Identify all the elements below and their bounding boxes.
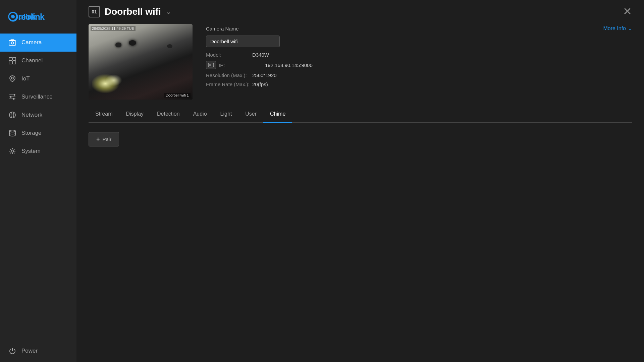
sidebar-label-camera: Camera [21, 39, 42, 46]
camera-name-label: Camera Name [206, 26, 239, 32]
sidebar-label-storage: Storage [21, 130, 42, 136]
sidebar-item-storage[interactable]: Storage [0, 124, 76, 142]
surveillance-icon [8, 93, 17, 101]
svg-rect-6 [9, 41, 16, 45]
main-content: 01 Doorbell wifi ⌄ ✕ 28/09/2025 11:49:29… [76, 0, 644, 362]
sidebar-item-channel[interactable]: Channel [0, 52, 76, 70]
more-info-chevron-icon: ⌄ [628, 26, 632, 31]
frame-rate-value: 20(fps) [252, 81, 268, 87]
tab-stream[interactable]: Stream [89, 108, 119, 123]
svg-point-8 [11, 42, 14, 44]
pair-label: Pair [103, 136, 112, 142]
svg-point-18 [10, 96, 12, 98]
tab-content: + Pair [76, 123, 644, 146]
sidebar-label-system: System [21, 148, 41, 155]
camera-preview[interactable]: 28/09/2025 11:49:29 TUE Doorbell wifi 1 [89, 24, 193, 100]
sidebar-label-channel: Channel [21, 57, 43, 64]
power-button[interactable]: Power [0, 340, 76, 362]
tab-audio[interactable]: Audio [186, 108, 214, 123]
model-row: Model: D340W [206, 52, 632, 58]
camera-info-panel: Camera Name More Info ⌄ Model: D340W IP:… [206, 24, 632, 100]
pair-icon: + [96, 136, 100, 143]
svg-rect-7 [11, 40, 14, 41]
pair-button[interactable]: + Pair [89, 132, 119, 146]
logo-text: reolink [18, 12, 44, 22]
resolution-value: 2560*1920 [252, 72, 277, 78]
device-number: 01 [89, 6, 100, 17]
tab-light[interactable]: Light [214, 108, 239, 123]
system-icon [8, 147, 17, 156]
ip-icon [206, 61, 216, 69]
svg-rect-11 [9, 61, 12, 64]
content-area: 28/09/2025 11:49:29 TUE Doorbell wifi 1 … [76, 17, 644, 100]
sidebar-item-iot[interactable]: IoT [0, 70, 76, 88]
more-info-label: More Info [603, 25, 626, 32]
svg-point-19 [13, 98, 15, 100]
svg-point-13 [11, 77, 13, 79]
sidebar: olink re reolink Camera Channel IoT [0, 0, 76, 362]
svg-point-5 [11, 15, 15, 18]
svg-rect-12 [13, 61, 16, 64]
frame-rate-label: Frame Rate (Max.): [206, 81, 250, 87]
sidebar-label-iot: IoT [21, 75, 30, 82]
svg-rect-10 [13, 57, 16, 60]
channel-icon [8, 56, 17, 65]
storage-icon [8, 129, 17, 137]
ip-value: 192.168.90.145:9000 [265, 62, 313, 68]
tab-display[interactable]: Display [119, 108, 150, 123]
sidebar-label-network: Network [21, 112, 42, 118]
sidebar-item-camera[interactable]: Camera [0, 34, 76, 52]
camera-name-input[interactable] [206, 36, 280, 47]
sidebar-item-network[interactable]: Network [0, 106, 76, 124]
topbar: 01 Doorbell wifi ⌄ ✕ [76, 0, 644, 17]
close-button[interactable]: ✕ [623, 6, 632, 17]
power-icon [8, 347, 17, 355]
tab-chime[interactable]: Chime [263, 108, 292, 123]
svg-rect-9 [9, 57, 12, 60]
frame-rate-row: Frame Rate (Max.): 20(fps) [206, 81, 632, 87]
svg-point-23 [9, 130, 15, 132]
model-label: Model: [206, 52, 250, 58]
model-value: D340W [252, 52, 269, 58]
sidebar-item-surveillance[interactable]: Surveillance [0, 88, 76, 106]
sidebar-label-surveillance: Surveillance [21, 94, 53, 100]
ip-row: IP: 192.168.90.145:9000 [206, 61, 632, 69]
camera-icon [8, 38, 17, 47]
preview-label: Doorbell wifi 1 [164, 93, 191, 98]
svg-point-17 [14, 94, 15, 96]
network-icon [8, 111, 17, 119]
resolution-label: Resolution (Max.): [206, 72, 250, 78]
tabs-area: Stream Display Detection Audio Light Use… [76, 100, 644, 123]
preview-timestamp: 28/09/2025 11:49:29 TUE [91, 26, 136, 31]
logo-icon [8, 11, 18, 23]
tab-user[interactable]: User [238, 108, 263, 123]
tab-detection[interactable]: Detection [150, 108, 186, 123]
ip-label: IP: [219, 62, 262, 68]
device-title: Doorbell wifi [105, 6, 161, 17]
resolution-row: Resolution (Max.): 2560*1920 [206, 72, 632, 78]
more-info-button[interactable]: More Info ⌄ [603, 25, 632, 32]
info-header: Camera Name More Info ⌄ [206, 25, 632, 32]
tabs-list: Stream Display Detection Audio Light Use… [89, 108, 632, 123]
iot-icon [8, 74, 17, 83]
power-label: Power [21, 348, 38, 354]
logo-area: olink re reolink [0, 0, 76, 34]
sidebar-item-system[interactable]: System [0, 142, 76, 160]
svg-point-24 [11, 150, 14, 153]
dropdown-icon[interactable]: ⌄ [166, 8, 171, 16]
